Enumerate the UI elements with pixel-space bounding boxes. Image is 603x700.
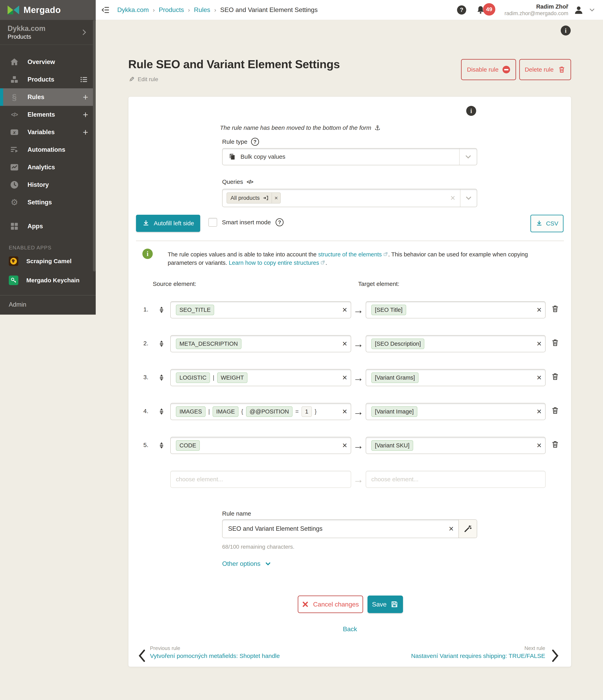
rule-name-input[interactable] bbox=[223, 520, 444, 538]
chevron-left-icon[interactable] bbox=[136, 649, 148, 663]
target-element-input[interactable]: [Variant Image]× bbox=[366, 403, 546, 420]
target-element-input[interactable]: [SEO Title]× bbox=[366, 301, 546, 318]
rule-type-select[interactable]: Bulk copy values bbox=[222, 148, 477, 165]
delete-row-icon[interactable] bbox=[551, 372, 559, 381]
chevron-down-icon[interactable] bbox=[588, 6, 596, 14]
drag-handle-icon[interactable] bbox=[157, 304, 166, 316]
breadcrumb-item[interactable]: Rules bbox=[194, 6, 210, 14]
page-info-icon[interactable]: i bbox=[561, 26, 571, 35]
source-element-input[interactable]: IMAGES|IMAGE{@@POSITION=1}× bbox=[170, 403, 351, 420]
sidebar-item-history[interactable]: History bbox=[0, 176, 96, 194]
sidebar-item-mergado-keychain[interactable]: Mergado Keychain bbox=[0, 272, 96, 289]
csv-button[interactable]: CSV bbox=[530, 215, 563, 232]
source-element-input[interactable]: CODE× bbox=[170, 437, 351, 454]
add-icon[interactable]: + bbox=[83, 128, 88, 137]
element-chip: 1 bbox=[301, 406, 312, 417]
clear-element-icon[interactable]: × bbox=[536, 306, 542, 314]
apps-grid-icon bbox=[9, 222, 20, 231]
clear-element-icon[interactable]: × bbox=[536, 373, 542, 382]
sidebar-item-elements[interactable]: </>Elements+ bbox=[0, 106, 96, 123]
clear-element-icon[interactable]: × bbox=[342, 373, 347, 382]
queries-input[interactable]: All products × × bbox=[222, 189, 477, 207]
delete-row-icon[interactable] bbox=[551, 304, 559, 313]
target-element-input[interactable]: choose element... bbox=[366, 471, 546, 488]
rule-type-help-icon[interactable]: ? bbox=[251, 138, 259, 146]
target-element-input[interactable]: [SEO Description]× bbox=[366, 335, 546, 352]
back-link[interactable]: Back bbox=[128, 625, 572, 633]
sidebar-scrollbar[interactable] bbox=[93, 20, 96, 272]
delete-row-icon[interactable] bbox=[551, 338, 559, 347]
source-element-input[interactable]: LOGISTIC|WEIGHT× bbox=[170, 369, 351, 386]
delete-rule-button[interactable]: Delete rule bbox=[519, 59, 571, 80]
add-icon[interactable]: + bbox=[83, 93, 88, 102]
other-options-toggle[interactable]: Other options bbox=[222, 560, 272, 568]
sidebar-item-apps[interactable]: Apps bbox=[0, 217, 96, 236]
sidebar-item-products[interactable]: Products bbox=[0, 71, 96, 88]
notifications-bell-icon[interactable]: 49 bbox=[476, 5, 485, 15]
clear-element-icon[interactable]: × bbox=[342, 306, 347, 314]
drag-handle-icon[interactable] bbox=[157, 405, 166, 418]
previous-rule-link[interactable]: Vytvoření pomocných metafields: Shoptet … bbox=[150, 652, 280, 660]
smart-insert-checkbox[interactable] bbox=[208, 218, 217, 227]
sidebar-item-overview[interactable]: Overview bbox=[0, 53, 96, 71]
collapse-sidebar-icon[interactable] bbox=[100, 5, 110, 15]
sidebar-item-label: Products bbox=[27, 76, 54, 83]
save-button[interactable]: Save bbox=[368, 596, 403, 613]
clear-element-icon[interactable]: × bbox=[536, 407, 542, 416]
delete-row-icon[interactable] bbox=[551, 406, 559, 415]
chevron-right-icon[interactable] bbox=[550, 649, 561, 663]
list-icon[interactable] bbox=[80, 75, 88, 84]
sidebar-item-settings[interactable]: ⚙Settings bbox=[0, 194, 96, 211]
drag-handle-icon[interactable] bbox=[157, 439, 166, 452]
source-element-input[interactable]: choose element... bbox=[170, 471, 351, 488]
clear-queries-icon[interactable]: × bbox=[446, 193, 460, 203]
card-info-icon[interactable]: i bbox=[466, 106, 476, 116]
element-chip: IMAGE bbox=[212, 406, 238, 417]
sidebar-item-analytics[interactable]: Analytics bbox=[0, 158, 96, 176]
autofill-left-side-button[interactable]: Autofill left side bbox=[136, 215, 200, 232]
smart-insert-help-icon[interactable]: ? bbox=[276, 218, 283, 226]
help-icon[interactable]: ? bbox=[457, 5, 466, 15]
next-rule-link[interactable]: Nastavení Variant requires shipping: TRU… bbox=[411, 652, 545, 660]
target-element-input[interactable]: [Variant Grams]× bbox=[366, 369, 546, 386]
drag-handle-icon[interactable] bbox=[157, 338, 166, 350]
sidebar-item-automations[interactable]: Automations bbox=[0, 141, 96, 158]
magic-wand-button[interactable] bbox=[458, 520, 477, 538]
target-element-input[interactable]: [Variant SKU]× bbox=[366, 437, 546, 454]
remove-query-icon[interactable]: × bbox=[272, 193, 280, 203]
download-icon bbox=[142, 220, 150, 227]
clear-element-icon[interactable]: × bbox=[342, 407, 347, 416]
mergado-logo[interactable]: Mergado bbox=[0, 0, 96, 20]
delete-row-icon[interactable] bbox=[551, 440, 559, 449]
add-icon[interactable]: + bbox=[83, 110, 88, 119]
cancel-changes-button[interactable]: Cancel changes bbox=[298, 596, 363, 613]
copy-structures-link[interactable]: Learn how to copy entire structures bbox=[229, 259, 319, 266]
clear-rule-name-icon[interactable]: × bbox=[444, 520, 458, 538]
next-rule-nav[interactable]: Next rule Nastavení Variant requires shi… bbox=[411, 645, 545, 660]
clear-element-icon[interactable]: × bbox=[536, 441, 542, 450]
sidebar-item-scraping-camel[interactable]: Scraping Camel bbox=[0, 252, 96, 270]
drag-handle-icon[interactable] bbox=[157, 371, 166, 384]
user-avatar-icon[interactable] bbox=[574, 5, 584, 15]
breadcrumb-item[interactable]: Products bbox=[159, 6, 184, 14]
previous-rule-nav[interactable]: Previous rule Vytvoření pomocných metafi… bbox=[150, 645, 280, 660]
element-chip: [Variant Grams] bbox=[371, 372, 419, 383]
breadcrumb-item[interactable]: Dykka.com bbox=[117, 6, 149, 14]
x-icon bbox=[302, 601, 309, 608]
source-element-input[interactable]: SEO_TITLE× bbox=[170, 301, 351, 318]
disable-rule-button[interactable]: Disable rule bbox=[461, 59, 516, 80]
source-element-input[interactable]: META_DESCRIPTION× bbox=[170, 335, 351, 352]
clear-element-icon[interactable]: × bbox=[342, 441, 347, 450]
chevron-down-icon[interactable] bbox=[460, 189, 477, 207]
sidebar-item-admin[interactable]: Admin bbox=[0, 296, 96, 308]
structure-of-elements-link[interactable]: structure of the elements bbox=[318, 251, 382, 257]
project-switcher[interactable]: Dykka.com Products bbox=[0, 20, 96, 45]
sidebar-item-rules[interactable]: §Rules+ bbox=[0, 88, 96, 106]
anchor-link-icon[interactable]: ⚓ bbox=[375, 124, 380, 132]
element-path-operator: | bbox=[213, 374, 215, 381]
clear-element-icon[interactable]: × bbox=[536, 340, 542, 348]
arrow-right-icon: → bbox=[352, 406, 365, 418]
chevron-right-icon bbox=[80, 28, 88, 36]
sidebar-item-variables[interactable]: xVariables+ bbox=[0, 123, 96, 141]
clear-element-icon[interactable]: × bbox=[342, 340, 347, 348]
